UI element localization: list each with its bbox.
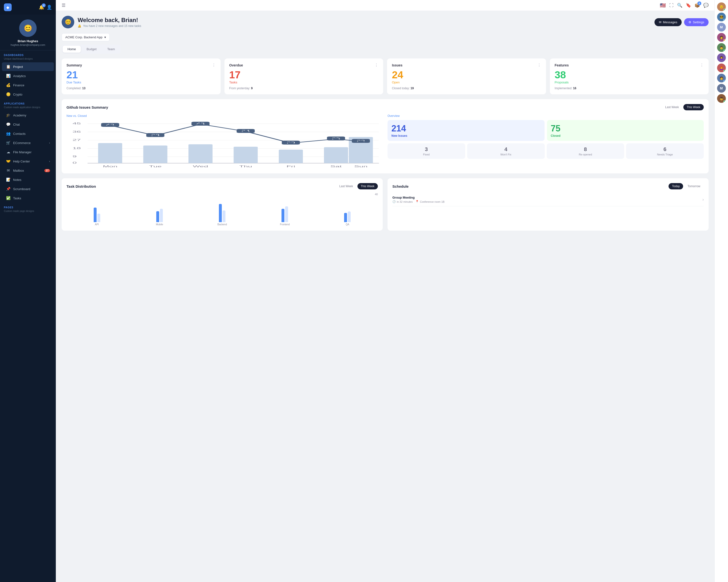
stat-card-header: Features ⋮ xyxy=(555,63,704,67)
tab-team[interactable]: Team xyxy=(102,46,120,53)
stat-card-header: Issues ⋮ xyxy=(392,63,541,67)
schedule-item: Group Meeting 🕐 in 32 minutes 📍 Conferen… xyxy=(392,193,704,206)
sidebar-item-mailbox[interactable]: ✉ Mailbox 27 xyxy=(2,166,54,175)
task-dist-last-week-tab[interactable]: Last Week xyxy=(336,183,356,189)
academy-icon: 🎓 xyxy=(6,113,11,117)
right-avatar-7[interactable]: 👩‍🦰 xyxy=(717,63,726,72)
schedule-today-tab[interactable]: Today xyxy=(669,183,683,189)
bar-api: API xyxy=(67,207,127,226)
github-this-week-tab[interactable]: This Week xyxy=(683,104,704,110)
svg-point-30 xyxy=(243,131,249,132)
schedule-arrow-icon[interactable]: › xyxy=(703,197,704,202)
schedule-location: 📍 Conference room 1B xyxy=(415,200,445,203)
right-avatar-1[interactable]: 😊 xyxy=(717,2,726,11)
online-status-dot xyxy=(723,70,726,72)
reopened-label: Re-opened xyxy=(549,153,622,156)
language-flag-button[interactable]: 🇺🇸 xyxy=(660,2,666,8)
analytics-icon: 📊 xyxy=(6,74,11,78)
svg-point-36 xyxy=(333,138,339,140)
sidebar-item-academy[interactable]: 🎓 Academy xyxy=(2,111,54,119)
app-logo[interactable]: ◆ xyxy=(4,3,11,11)
right-avatar-8[interactable]: 🧑 xyxy=(717,74,726,82)
bar-label: Mobile xyxy=(156,223,163,226)
notifications-topbar-button[interactable]: 📦 5 xyxy=(695,3,700,8)
new-issues-label: New Issues xyxy=(391,134,541,138)
bookmark-button[interactable]: 🔖 xyxy=(686,3,691,8)
right-avatar-3[interactable]: M xyxy=(717,23,726,31)
tab-budget[interactable]: Budget xyxy=(82,46,101,53)
sidebar-item-notes[interactable]: 📝 Notes xyxy=(2,175,54,184)
fixed-card: 3 Fixed xyxy=(388,143,465,159)
github-section-header: Github Issues Summary Last Week This Wee… xyxy=(67,104,704,110)
right-avatar-6[interactable]: 👩‍🦱 xyxy=(717,53,726,62)
sidebar-item-label: Project xyxy=(13,65,23,68)
contacts-icon: 👥 xyxy=(6,132,11,136)
stat-card-menu[interactable]: ⋮ xyxy=(212,63,216,67)
sidebar-item-scrumboard[interactable]: 📌 Scrumboard xyxy=(2,185,54,193)
dashboards-section-sub: Unique dashboard designs xyxy=(0,57,56,62)
ecommerce-icon: 🛒 xyxy=(6,141,11,145)
schedule-card: Schedule Today Tomorrow Group Meeting 🕐 … xyxy=(388,178,709,231)
right-avatar-4[interactable]: 👩 xyxy=(717,33,726,42)
mailbox-icon: ✉ xyxy=(6,168,11,173)
sidebar-item-crypto[interactable]: 🪙 Crypto xyxy=(2,90,54,99)
sidebar-item-chat[interactable]: 💬 Chat xyxy=(2,120,54,129)
stat-card-menu[interactable]: ⋮ xyxy=(537,63,541,67)
right-avatar-2[interactable]: 😎 xyxy=(717,12,726,21)
location-icon: 📍 xyxy=(415,200,419,203)
settings-gear-icon: ⚙ xyxy=(688,20,691,24)
user-search-button[interactable]: 👤 xyxy=(47,5,52,10)
sidebar-item-project[interactable]: 📋 Project xyxy=(2,62,54,71)
mailbox-badge: 27 xyxy=(45,169,50,172)
sidebar-item-analytics[interactable]: 📊 Analytics xyxy=(2,72,54,80)
sidebar-item-contacts[interactable]: 👥 Contacts xyxy=(2,129,54,138)
stat-card-header: Summary ⋮ xyxy=(67,63,216,67)
online-status-dot xyxy=(723,50,726,52)
sidebar-item-helpcenter[interactable]: 🤝 Help Center › xyxy=(2,157,54,166)
stat-card-menu[interactable]: ⋮ xyxy=(374,63,378,67)
search-button[interactable]: 🔍 xyxy=(677,3,682,8)
sidebar-item-label: Academy xyxy=(13,113,26,117)
svg-point-27 xyxy=(198,123,204,125)
bar-last-week xyxy=(97,214,100,222)
svg-rect-16 xyxy=(279,149,303,163)
settings-button[interactable]: ⚙ Settings xyxy=(684,18,709,26)
needs-triage-label: Needs Triage xyxy=(628,153,701,156)
messages-button[interactable]: ✉ Messages xyxy=(654,18,682,26)
github-last-week-tab[interactable]: Last Week xyxy=(662,104,682,110)
right-avatar-9[interactable]: M xyxy=(717,84,726,93)
schedule-tabs: Today Tomorrow xyxy=(669,183,704,189)
sidebar-item-ecommerce[interactable]: 🛒 ECommerce › xyxy=(2,138,54,147)
project-label: ACME Corp. Backend App xyxy=(65,35,102,39)
right-avatar-10[interactable]: 👦 xyxy=(717,94,726,103)
fullscreen-button[interactable]: ⛶ xyxy=(669,3,674,8)
schedule-tomorrow-tab[interactable]: Tomorrow xyxy=(684,183,704,189)
stat-card-menu[interactable]: ⋮ xyxy=(700,63,704,67)
notifications-button[interactable]: 🔔 3 xyxy=(39,5,44,10)
chart-area: New vs. Closed 45 36 27 18 9 0 xyxy=(67,114,383,169)
fixed-label: Fixed xyxy=(390,153,463,156)
crypto-icon: 🪙 xyxy=(6,92,11,96)
topbar-notifications-badge: 5 xyxy=(697,1,701,5)
sidebar-item-tasks[interactable]: ✅ Tasks xyxy=(2,194,54,202)
tab-home[interactable]: Home xyxy=(62,46,81,53)
online-status-dot xyxy=(723,39,726,41)
project-selector[interactable]: ACME Corp. Backend App ▾ xyxy=(62,33,110,41)
schedule-item-title: Group Meeting xyxy=(392,196,445,199)
schedule-title: Schedule xyxy=(392,184,409,188)
online-status-dot xyxy=(723,101,726,103)
helpcenter-icon: 🤝 xyxy=(6,159,11,163)
sidebar-item-filemanager[interactable]: ☁ File Manager xyxy=(2,148,54,157)
right-avatar-5[interactable]: 👨 xyxy=(717,43,726,52)
bell-icon: 🔔 xyxy=(78,24,81,28)
messages-topbar-button[interactable]: 💬 xyxy=(703,3,709,8)
svg-point-21 xyxy=(107,124,113,126)
hamburger-menu-button[interactable]: ☰ xyxy=(62,3,66,8)
sidebar-item-label: Scrumboard xyxy=(13,187,30,191)
overview-title: Overview xyxy=(388,114,704,118)
fixed-number: 3 xyxy=(390,146,463,153)
sidebar-top: ◆ 🔔 3 👤 xyxy=(0,0,56,15)
sidebar-item-finance[interactable]: 💰 Finance xyxy=(2,81,54,89)
task-dist-this-week-tab[interactable]: This Week xyxy=(358,183,378,189)
clock-icon: 🕐 xyxy=(392,200,396,203)
